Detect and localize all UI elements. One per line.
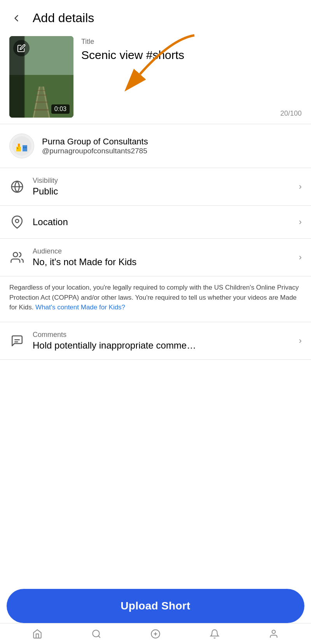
nav-search[interactable] [91,629,101,639]
nav-add[interactable] [150,629,161,639]
svg-point-21 [13,252,17,257]
edit-video-button[interactable] [13,40,30,56]
title-input-area: Title Scenic view #shorts [81,36,302,62]
channel-info: Purna Group of Consultants @purnagroupof… [42,137,148,155]
title-label: Title [81,38,302,46]
char-count: 20/100 [280,109,302,118]
comments-row[interactable]: Comments Hold potentially inappropriate … [0,322,311,360]
svg-line-25 [98,636,100,638]
channel-avatar [9,134,34,158]
channel-logo-icon [15,139,29,153]
visibility-icon [9,179,25,194]
audience-label: Audience [33,247,291,255]
comments-label: Comments [33,331,291,339]
comments-content: Comments Hold potentially inappropriate … [33,331,291,351]
location-row[interactable]: Location › [0,206,311,239]
location-content: Location [33,217,291,227]
svg-rect-17 [25,147,26,148]
visibility-value: Public [33,186,291,197]
title-section: 0:03 Title Scenic view #shorts 20/100 [0,31,311,124]
coppa-link[interactable]: What's content Made for Kids? [35,304,125,311]
comments-chevron: › [299,336,302,346]
audience-icon [9,250,25,265]
coppa-notice: Regardless of your location, you're lega… [0,276,311,322]
back-button[interactable] [9,11,23,25]
location-value: Location [33,217,291,227]
visibility-chevron: › [299,182,302,192]
bottom-navigation [0,623,311,644]
svg-rect-12 [16,147,21,151]
audience-value: No, it's not Made for Kids [33,257,291,267]
comments-icon [9,333,25,349]
pencil-icon [17,44,26,52]
upload-button-container: Upload Short [7,589,304,623]
visibility-row[interactable]: Visibility Public › [0,168,311,206]
nav-notifications[interactable] [210,629,220,639]
location-icon [9,214,25,230]
svg-rect-15 [17,148,18,149]
nav-profile[interactable] [269,629,279,639]
visibility-label: Visibility [33,177,291,185]
svg-rect-16 [23,147,24,148]
audience-row[interactable]: Audience No, it's not Made for Kids › [0,239,311,276]
audience-chevron: › [299,252,302,262]
header: Add details [0,0,311,31]
visibility-content: Visibility Public [33,177,291,197]
audience-content: Audience No, it's not Made for Kids [33,247,291,267]
page-title: Add details [33,11,94,25]
svg-point-20 [16,219,19,223]
video-thumbnail: 0:03 [9,36,73,118]
video-duration: 0:03 [51,104,70,114]
channel-name: Purna Group of Consultants [42,137,148,147]
upload-short-button[interactable]: Upload Short [7,589,304,623]
channel-handle: @purnagroupofconsultants2785 [42,147,148,155]
location-chevron: › [299,217,302,227]
svg-point-29 [272,630,276,634]
svg-rect-13 [18,144,20,147]
comments-value: Hold potentially inappropriate comme… [33,340,291,351]
channel-section: Purna Group of Consultants @purnagroupof… [0,124,311,168]
nav-home[interactable] [32,629,42,639]
svg-rect-14 [23,145,27,151]
title-value[interactable]: Scenic view #shorts [81,47,302,62]
svg-point-24 [93,630,99,637]
